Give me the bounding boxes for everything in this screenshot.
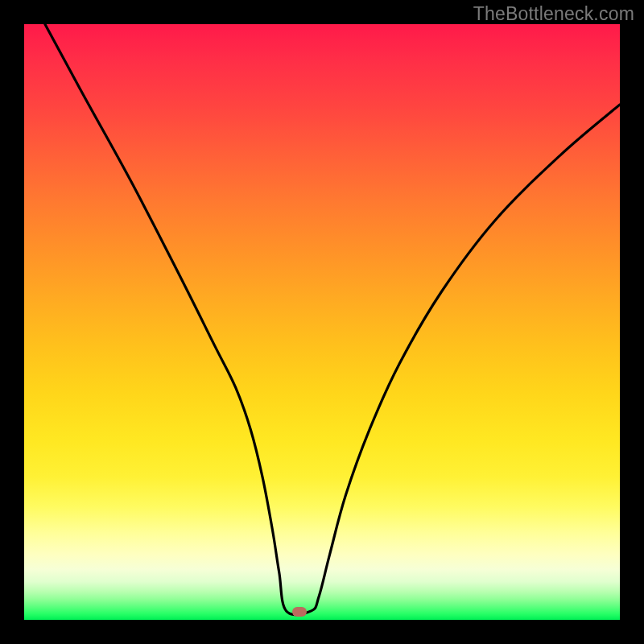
curve-layer (24, 24, 620, 620)
bottleneck-curve (45, 24, 620, 615)
watermark-text: TheBottleneck.com (473, 3, 634, 25)
plot-area (24, 24, 620, 620)
chart-frame: TheBottleneck.com (0, 0, 644, 644)
minimum-marker (292, 607, 307, 617)
